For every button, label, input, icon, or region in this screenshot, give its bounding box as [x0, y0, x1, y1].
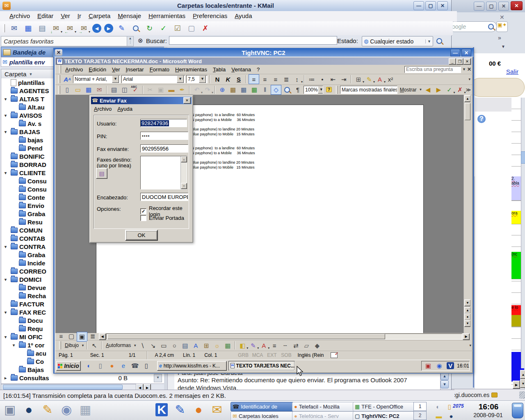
- estado-dropdown[interactable]: ◍ Cualquier estado ▼: [362, 36, 433, 46]
- start-button[interactable]: Inicio: [56, 361, 81, 371]
- scroll-up-icon[interactable]: ▲: [520, 370, 525, 379]
- menu-formato[interactable]: Formato: [147, 65, 172, 74]
- ie-icon[interactable]: e: [119, 361, 128, 370]
- notes-icon[interactable]: ✎: [172, 401, 188, 418]
- previous-message-icon[interactable]: ◀: [92, 24, 101, 33]
- textarea-scrollbar[interactable]: ▲ ▼: [180, 156, 187, 189]
- doc-vscrollbar[interactable]: ▲ ▼ ▲ ● ▼: [463, 95, 470, 333]
- fax-close-button[interactable]: ✕: [183, 97, 191, 104]
- usuario-input[interactable]: 928247936: [141, 120, 169, 126]
- menu-ver[interactable]: Ver: [109, 65, 123, 74]
- bg-red-close-button[interactable]: ✕: [511, 1, 523, 10]
- toolbar-overflow-chevron[interactable]: »: [498, 34, 501, 41]
- menu-carpeta[interactable]: Carpeta: [85, 11, 114, 21]
- wolf-browser-icon[interactable]: ●: [21, 401, 37, 418]
- open-icon[interactable]: ▭: [73, 85, 83, 94]
- underline-button[interactable]: S: [234, 75, 244, 84]
- mobile-icon[interactable]: ▯: [142, 361, 151, 370]
- panel-clock-time[interactable]: 16:06: [470, 402, 507, 411]
- new-note-icon[interactable]: ▢: [186, 23, 197, 34]
- menu-[interactable]: ?: [254, 65, 262, 74]
- ask-question-box[interactable]: [404, 66, 461, 73]
- sheet-tab-right-icon[interactable]: ▶: [513, 381, 520, 389]
- doc-hscrollbar[interactable]: [106, 333, 462, 340]
- font-combo[interactable]: Arial▼: [121, 75, 185, 83]
- diagram-icon[interactable]: ⊞: [201, 341, 211, 350]
- close-button[interactable]: ✕: [437, 1, 448, 10]
- portada-checkbox[interactable]: [140, 215, 146, 221]
- volume-icon[interactable]: ◖: [432, 402, 442, 411]
- tables-borders-icon[interactable]: ▦: [228, 85, 238, 94]
- menubar-close-icon[interactable]: ✕: [467, 66, 471, 72]
- check-mail-icon[interactable]: ✉↓▾: [50, 23, 62, 34]
- browse-previous-icon[interactable]: ▲: [464, 307, 470, 314]
- pen-icon[interactable]: ✎: [116, 23, 127, 34]
- oval-icon[interactable]: ○: [169, 341, 179, 350]
- cut-icon[interactable]: ✂: [145, 85, 155, 94]
- next-message-icon[interactable]: ▶: [104, 24, 113, 33]
- scroll-up-icon[interactable]: ▲: [181, 156, 187, 162]
- wordart-icon[interactable]: A: [191, 341, 201, 350]
- arrow-style-icon[interactable]: ⇄: [291, 341, 301, 350]
- print-icon[interactable]: ▤: [109, 85, 119, 94]
- display-settings-icon[interactable]: ▣: [423, 361, 433, 370]
- line-icon[interactable]: ∖: [137, 341, 147, 350]
- todo-icon[interactable]: ☑: [172, 23, 183, 34]
- insert-table-icon[interactable]: ▦: [239, 85, 249, 94]
- hscroll-thumb[interactable]: [107, 334, 385, 339]
- word-close-button[interactable]: ✕: [463, 58, 471, 65]
- show-marks-icon[interactable]: ¶: [293, 85, 303, 94]
- numbering-icon[interactable]: ≔: [307, 75, 317, 84]
- word-restore-button[interactable]: ❒: [456, 58, 463, 65]
- menu-tabla[interactable]: Tabla: [210, 65, 228, 74]
- encabezado-input[interactable]: DUOCOM EUROPE, S.: [140, 193, 188, 201]
- menu-herramientas[interactable]: Herramientas: [145, 11, 189, 21]
- decrease-indent-icon[interactable]: ⇤: [328, 75, 338, 84]
- reply-icon[interactable]: ✉←▾: [64, 23, 75, 34]
- normal-view-icon[interactable]: ≡: [56, 332, 66, 341]
- rectangle-icon[interactable]: ▭: [159, 341, 169, 350]
- menu-ventana[interactable]: Ventana: [228, 65, 254, 74]
- border-icon[interactable]: ⊞▾: [354, 75, 363, 84]
- styles-and-formatting-icon[interactable]: AA: [62, 75, 72, 84]
- line-spacing-icon[interactable]: ↕▾: [292, 75, 302, 84]
- clipart-icon[interactable]: ☼: [212, 341, 222, 350]
- scroll-down-icon[interactable]: ▼: [520, 379, 525, 388]
- preview-scroll-down-icon[interactable]: ▼: [441, 380, 449, 388]
- menu-ir[interactable]: Ir: [74, 11, 85, 21]
- scroll-down-icon[interactable]: ▼: [464, 299, 470, 306]
- menu-herramientas[interactable]: Herramientas: [172, 65, 210, 74]
- mostrar-arrow[interactable]: ▼: [419, 88, 422, 91]
- format-painter-icon[interactable]: ✒: [177, 85, 187, 94]
- vnc-minimize-button[interactable]: —: [450, 49, 460, 57]
- line-style-icon[interactable]: ≡: [269, 341, 279, 350]
- review-display-combo[interactable]: Marcas mostradas finales▼: [340, 86, 397, 94]
- previous-change-icon[interactable]: ◀: [423, 85, 433, 94]
- firefox-icon[interactable]: ●: [107, 361, 117, 370]
- resize-grip[interactable]: [519, 391, 525, 399]
- print-preview-icon[interactable]: ◫: [120, 85, 130, 94]
- align-right-icon[interactable]: ≡: [271, 75, 281, 84]
- redo-icon[interactable]: ↷▾: [203, 85, 212, 94]
- align-center-icon[interactable]: ≡: [260, 75, 270, 84]
- scroll-up-icon[interactable]: ▲: [464, 95, 470, 102]
- toolbar-grip[interactable]: [59, 341, 61, 349]
- save-icon[interactable]: ▦: [23, 23, 34, 34]
- text-box-icon[interactable]: ▤: [180, 341, 190, 350]
- highlight-icon[interactable]: ✎▾: [364, 75, 374, 84]
- font-color2-icon[interactable]: A▾: [259, 341, 269, 350]
- save-icon[interactable]: ▦: [84, 85, 94, 94]
- toolbar-grip[interactable]: [336, 86, 338, 94]
- toolbar-overflow-chevron[interactable]: ≫: [466, 87, 472, 93]
- trash-icon[interactable]: [512, 403, 523, 418]
- kmenu-icon[interactable]: K: [153, 401, 170, 418]
- folder-consultas[interactable]: ▸Consultas0 B: [1, 374, 164, 382]
- minimize-button[interactable]: —: [413, 1, 424, 10]
- find-icon[interactable]: [130, 23, 141, 34]
- reject-change-icon[interactable]: ✗▾: [455, 85, 465, 94]
- print-icon[interactable]: ▤: [37, 23, 48, 34]
- drawing-icon[interactable]: ◇: [271, 85, 281, 95]
- ruler-pencil-icon[interactable]: ✎: [39, 401, 56, 418]
- fax-enviante-input[interactable]: 902955956: [140, 144, 188, 153]
- style-combo[interactable]: Normal + Arial,▼: [73, 75, 121, 83]
